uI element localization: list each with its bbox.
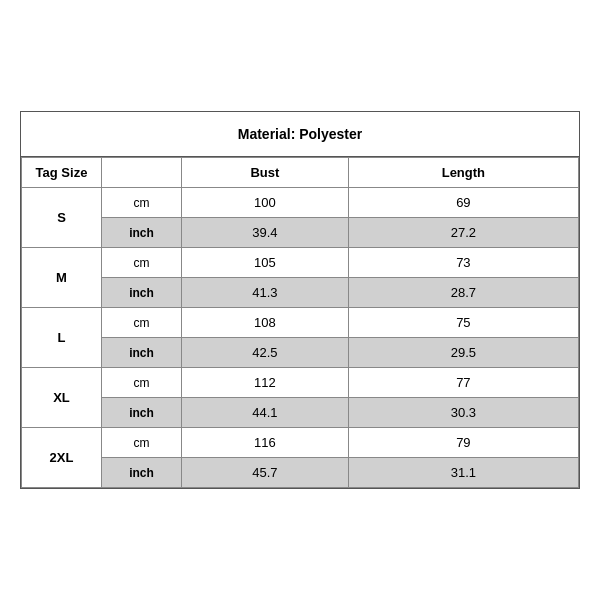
bust-inch: 41.3 (182, 278, 349, 308)
header-bust: Bust (182, 158, 349, 188)
length-cm: 75 (348, 308, 578, 338)
bust-inch: 45.7 (182, 458, 349, 488)
length-inch: 30.3 (348, 398, 578, 428)
bust-inch: 44.1 (182, 398, 349, 428)
bust-cm: 108 (182, 308, 349, 338)
unit-inch: inch (102, 338, 182, 368)
tag-size-cell: 2XL (22, 428, 102, 488)
chart-title: Material: Polyester (21, 112, 579, 157)
unit-cm: cm (102, 248, 182, 278)
unit-inch: inch (102, 458, 182, 488)
header-unit (102, 158, 182, 188)
length-inch: 28.7 (348, 278, 578, 308)
bust-inch: 42.5 (182, 338, 349, 368)
unit-inch: inch (102, 398, 182, 428)
bust-cm: 105 (182, 248, 349, 278)
unit-cm: cm (102, 308, 182, 338)
tag-size-cell: S (22, 188, 102, 248)
tag-size-cell: XL (22, 368, 102, 428)
length-inch: 31.1 (348, 458, 578, 488)
size-chart: Material: Polyester Tag Size Bust Length… (20, 111, 580, 489)
bust-inch: 39.4 (182, 218, 349, 248)
length-cm: 69 (348, 188, 578, 218)
unit-cm: cm (102, 428, 182, 458)
length-inch: 29.5 (348, 338, 578, 368)
tag-size-cell: L (22, 308, 102, 368)
unit-inch: inch (102, 278, 182, 308)
header-length: Length (348, 158, 578, 188)
bust-cm: 116 (182, 428, 349, 458)
unit-cm: cm (102, 368, 182, 398)
length-cm: 73 (348, 248, 578, 278)
length-inch: 27.2 (348, 218, 578, 248)
unit-cm: cm (102, 188, 182, 218)
length-cm: 79 (348, 428, 578, 458)
header-tag-size: Tag Size (22, 158, 102, 188)
bust-cm: 100 (182, 188, 349, 218)
tag-size-cell: M (22, 248, 102, 308)
unit-inch: inch (102, 218, 182, 248)
bust-cm: 112 (182, 368, 349, 398)
length-cm: 77 (348, 368, 578, 398)
